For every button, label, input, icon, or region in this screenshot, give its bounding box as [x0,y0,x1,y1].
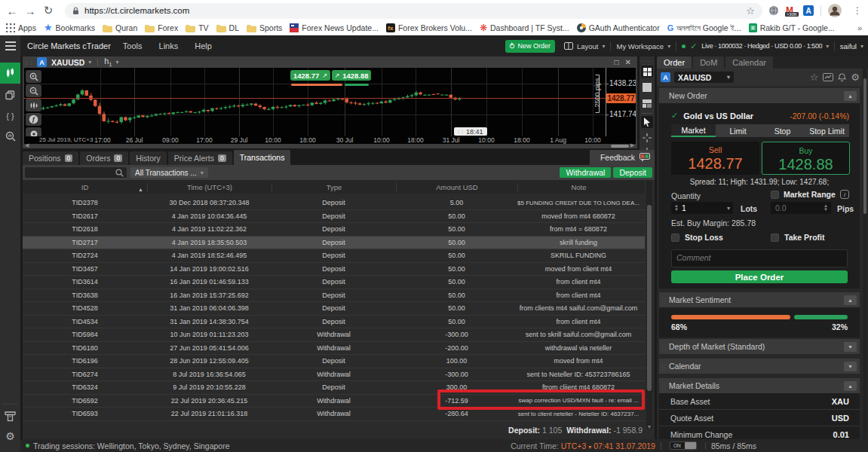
column-header[interactable]: Type [271,183,396,191]
menu-links[interactable]: Links [159,41,179,50]
tab-price-alerts[interactable]: Price Alerts0 [168,151,232,165]
transaction-row[interactable]: TID452831 Jan 2019 06:04:06.398Deposit50… [23,302,645,316]
transaction-row[interactable]: TID26184 Jan 2019 11:02:22.362Deposit50.… [23,223,645,237]
collapse-new-order-icon[interactable]: ▲ [844,91,857,101]
collapse-market-details-icon[interactable]: ▲ [844,381,857,391]
bookmark-item[interactable]: ★Bookmarks [44,23,95,32]
address-bar[interactable]: https://ct.circlemarkets.com ☆ [65,3,762,19]
user-menu[interactable]: saiful▾ [840,42,863,50]
order-type-market[interactable]: Market [671,124,716,137]
calendar-section-header[interactable]: ……… Calendar ▼ [659,359,860,374]
chart-symbol[interactable]: XAUUSD [51,58,84,67]
chart-scrollbar-thumb[interactable] [611,145,629,148]
market-details-section-header[interactable]: ……… Market Details ▲ [659,378,860,393]
rail-funds-icon[interactable] [0,411,20,422]
bookmark-item[interactable]: DL [216,23,239,32]
forward-icon[interactable]: → [21,5,39,17]
menu-help[interactable]: Help [195,41,212,50]
extension-a-icon[interactable]: A [803,5,814,16]
quantity-step-icons[interactable]: ▲▼ [671,204,682,212]
app-menu-icon[interactable] [0,41,20,50]
favorite-star-icon[interactable]: ☆ [810,72,819,83]
deposit-button[interactable]: Deposit [613,167,652,178]
feedback-button[interactable]: Feedback [590,150,655,165]
tab-orders[interactable]: Orders0 [80,151,128,165]
chart-canvas[interactable]: f 1438.23 1428.77 1417.74 2500 pips 1428… [24,68,636,136]
bookmark-item[interactable]: TV [186,23,208,32]
tab-calendar[interactable]: Calendar [725,56,773,69]
buy-button[interactable]: Buy 1428.88 [762,142,850,175]
market-range-input[interactable]: 0.0 ▲▼ [771,202,831,214]
panel-scrollbar-thumb[interactable] [863,78,866,214]
timeframe-caret-icon[interactable]: ▾ [115,59,118,66]
tab-history[interactable]: History [130,151,167,165]
alerts-bell-icon[interactable] [838,73,846,82]
bookmark-item[interactable]: Quran [103,23,137,32]
new-order-section-header[interactable]: New Order ▲ [659,88,860,103]
column-header[interactable]: ID▲ [23,183,147,191]
section-drag-handle[interactable]: ……… [661,344,669,350]
reload-icon[interactable]: ↻ [39,4,57,17]
single-chart-icon[interactable] [641,81,653,93]
bookmark-item[interactable]: Forex News Update... [290,23,379,32]
expand-dom-icon[interactable]: ▼ [844,342,857,352]
timezone-selector[interactable]: UTC+3 ▾ [561,441,592,450]
tab-dom[interactable]: DoM [693,56,724,69]
transaction-row[interactable]: TID659222 Jul 2019 20:36:45.215Withdrawa… [23,395,645,408]
market-range-checkbox[interactable] [771,191,779,199]
chart-maximize-icon[interactable]: □ [615,58,619,66]
transaction-row[interactable]: TID26174 Jan 2019 10:04:36.445Deposit50.… [23,210,645,224]
bookmark-item[interactable]: Sports [247,23,282,32]
cursor-tool-icon[interactable] [641,116,653,128]
column-header[interactable]: Time (UTC+3) [147,183,271,191]
back-icon[interactable]: ← [3,5,21,17]
section-drag-handle[interactable]: ……… [661,383,669,389]
section-drag-handle[interactable]: ……… [661,363,669,370]
account-selector[interactable]: Live · 1000032 · Hedged · USD 0.00 · 1:5… [701,42,828,50]
panel-scrollbar[interactable] [863,69,867,439]
chart-close-icon[interactable]: ✕ [625,58,631,66]
chart-scroll-right-icon[interactable]: ▶ [630,142,634,148]
layout-button[interactable]: Layout▾ [564,42,606,50]
chartshot-icon[interactable] [26,127,41,136]
quantity-caret-icon[interactable]: ▾ [727,205,730,212]
bookmark-item[interactable]: Forex [145,23,178,32]
symbol-caret-icon[interactable]: ▾ [88,59,91,66]
comment-input[interactable]: Comment [671,249,848,267]
extension-mail-icon[interactable]: M >30K [786,5,793,16]
transaction-row[interactable]: TID361416 Jan 2019 01:46:59.133Deposit50… [23,276,645,289]
transaction-row[interactable]: TID453431 Jan 2019 14:38:30.754Deposit50… [23,316,645,329]
extension-globe-icon[interactable] [768,5,779,16]
market-range-info-icon[interactable]: i [840,190,849,199]
bookmark-item[interactable]: Apps [6,23,36,32]
bookmark-item[interactable]: ❋Dashboard | TF Syst... [480,23,569,32]
chart-drag-handle[interactable]: ⋮⋮ [24,60,34,65]
sentiment-section-header[interactable]: ……… Market Sentiment ▲ [659,292,860,307]
bookmark-star-icon[interactable]: ☆ [746,5,755,17]
transaction-row[interactable]: TID237830 Dec 2018 08:37:20.348Deposit5.… [23,197,645,210]
menu-tools[interactable]: Tools [123,41,143,50]
bookmark-item[interactable]: fxForex Brokers Volu... [386,23,472,32]
table-scrollbar[interactable] [646,180,652,429]
transaction-row[interactable]: TID618027 Jun 2019 05:41:54.006Withdrawa… [23,342,645,356]
transaction-row[interactable]: TID345714 Jan 2019 19:00:02.516Deposit50… [23,263,645,276]
place-order-button[interactable]: Place Order [671,270,848,283]
rail-code-icon[interactable]: { } [0,111,20,121]
transaction-row[interactable]: TID62748 Jul 2019 16:36:54.065Withdrawal… [23,368,645,382]
order-type-stop[interactable]: Stop [760,124,805,137]
browser-menu-icon[interactable]: ⋮ [848,5,866,16]
app-brand[interactable]: Circle Markets cTrader [27,41,111,50]
sell-button[interactable]: Sell 1428.77 [671,142,759,175]
split-chart-icon[interactable] [641,97,653,109]
tool-strip-handle[interactable]: ………… [639,56,655,65]
rail-analyze-icon[interactable] [0,131,20,142]
chart-scrollbar[interactable]: ▶ ◀ [24,144,636,148]
withdrawal-button[interactable]: Withdrawal [560,167,611,178]
expand-calendar-icon[interactable]: ▼ [844,362,857,371]
transaction-row[interactable]: TID659322 Jul 2019 21:01:16.318Withdrawa… [23,408,645,421]
chartshot-panel-icon[interactable] [823,73,833,81]
transaction-row[interactable]: TID598410 Jun 2019 01:11:23.203Withdrawa… [23,328,645,342]
sell-quote-badge[interactable]: 1428.77↗ [290,70,330,81]
profile-avatar[interactable] [828,4,842,17]
chart-type-icon[interactable] [26,99,41,111]
